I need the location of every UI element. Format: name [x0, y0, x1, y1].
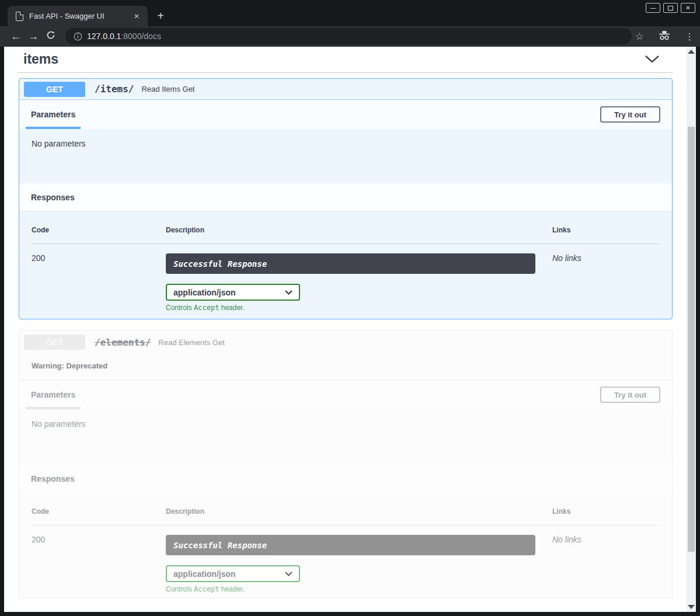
response-row: 200 Successful Response application/json… — [32, 244, 660, 312]
response-description: Successful Response — [166, 535, 535, 555]
responses-header: Responses — [19, 465, 672, 492]
tab-parameters[interactable]: Parameters — [26, 100, 81, 129]
browser-window: Fast API - Swagger UI ✕ + — ✕ ← → 127.0.… — [0, 0, 700, 616]
accept-header-note: Controls Accept header. — [166, 585, 552, 593]
column-header-links: Links — [552, 507, 660, 516]
responses-table: Code Description Links 200 Successful Re… — [19, 492, 672, 598]
accept-header-note: Controls Accept header. — [166, 304, 552, 312]
section-collapse-chevron-icon[interactable] — [645, 55, 660, 66]
no-parameters-text: No parameters — [19, 129, 672, 183]
operation-path: /items/ — [95, 83, 134, 95]
page-scrollbar[interactable] — [687, 47, 696, 612]
column-header-links: Links — [552, 226, 660, 234]
column-header-code: Code — [32, 226, 166, 234]
deprecated-warning: Warning: Deprecated — [19, 354, 672, 380]
url-path: :8000/docs — [121, 32, 161, 41]
incognito-icon — [658, 30, 671, 43]
scroll-up-arrow-icon[interactable] — [688, 50, 695, 54]
refresh-icon[interactable] — [42, 30, 60, 43]
operation-summary-text: Read Items Get — [141, 85, 194, 93]
response-description: Successful Response — [166, 253, 535, 274]
section-divider — [18, 72, 673, 73]
tab-parameters[interactable]: Parameters — [26, 380, 81, 409]
response-row: 200 Successful Response application/json… — [32, 525, 660, 593]
column-header-description: Description — [166, 507, 552, 516]
try-it-out-button[interactable]: Try it out — [600, 106, 660, 123]
scrollbar-thumb[interactable] — [688, 127, 695, 552]
operation-summary-text: Read Elements Get — [158, 338, 224, 347]
browser-tab[interactable]: Fast API - Swagger UI ✕ — [8, 6, 148, 26]
opblock-summary[interactable]: GET /elements/ Read Elements Get — [19, 330, 672, 354]
method-badge: GET — [24, 82, 85, 97]
response-code: 200 — [32, 253, 166, 312]
response-links: No links — [552, 535, 660, 593]
swagger-page: items GET /items/ Read Items Get Paramet… — [4, 47, 687, 612]
browser-toolbar: ← → 127.0.0.1 :8000/docs ☆ — [0, 26, 700, 47]
responses-header: Responses — [19, 183, 672, 211]
media-type-select[interactable]: application/json — [166, 565, 300, 582]
forward-icon[interactable]: → — [25, 30, 42, 43]
opblock-get-items: GET /items/ Read Items Get Parameters Tr… — [19, 78, 673, 319]
info-icon[interactable] — [74, 32, 82, 41]
parameters-tab-row: Parameters Try it out — [19, 380, 672, 409]
scroll-down-arrow-icon[interactable] — [688, 605, 695, 609]
media-type-value: application/json — [173, 288, 236, 297]
opblock-summary[interactable]: GET /items/ Read Items Get — [19, 79, 672, 100]
column-header-description: Description — [166, 226, 552, 234]
bookmark-star-icon[interactable]: ☆ — [635, 30, 644, 43]
try-it-out-button[interactable]: Try it out — [600, 387, 660, 403]
response-code: 200 — [32, 535, 166, 593]
opblock-get-elements-deprecated: GET /elements/ Read Elements Get Warning… — [19, 330, 673, 598]
select-chevron-icon — [285, 290, 292, 295]
maximize-icon — [668, 6, 673, 11]
url-host: 127.0.0.1 — [87, 32, 121, 41]
select-chevron-icon — [285, 572, 292, 576]
titlebar: Fast API - Swagger UI ✕ + — ✕ — [0, 0, 700, 26]
media-type-value: application/json — [173, 569, 236, 579]
browser-menu-icon[interactable]: ⋮ — [685, 31, 694, 42]
media-type-select[interactable]: application/json — [166, 284, 300, 301]
new-tab-button[interactable]: + — [153, 8, 168, 23]
method-badge: GET — [24, 335, 85, 350]
minimize-button[interactable]: — — [646, 3, 660, 13]
back-icon[interactable]: ← — [7, 30, 25, 43]
maximize-button[interactable] — [663, 3, 678, 13]
response-links: No links — [552, 253, 660, 312]
parameters-tab-row: Parameters Try it out — [19, 100, 672, 129]
window-frame — [0, 612, 700, 616]
page-icon — [16, 12, 23, 21]
no-parameters-text: No parameters — [19, 409, 672, 465]
responses-table: Code Description Links 200 Successful Re… — [19, 211, 672, 319]
close-button[interactable]: ✕ — [681, 3, 695, 13]
operation-path: /elements/ — [95, 337, 151, 348]
column-header-code: Code — [32, 507, 166, 516]
address-bar[interactable]: 127.0.0.1 :8000/docs — [65, 28, 632, 44]
api-section-title: items — [23, 51, 58, 67]
tab-title: Fast API - Swagger UI — [29, 12, 131, 20]
tab-close-icon[interactable]: ✕ — [131, 11, 142, 22]
